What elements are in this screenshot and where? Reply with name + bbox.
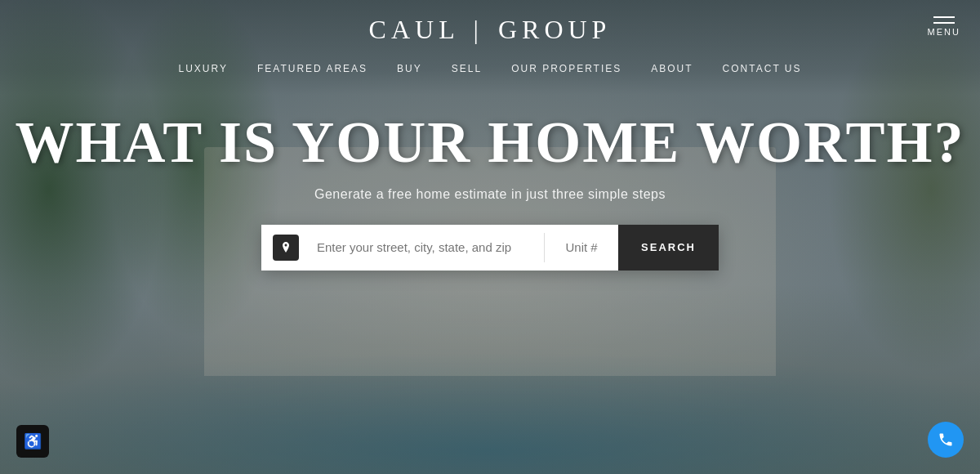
unit-number-input[interactable] xyxy=(545,225,618,271)
phone-icon xyxy=(938,432,954,448)
brand-part2: GROUP xyxy=(498,15,611,44)
brand-logo[interactable]: CAUL | GROUP xyxy=(369,15,612,45)
navbar: CAUL | GROUP LUXURY FEATURED AREAS BUY S… xyxy=(0,0,980,79)
accessibility-button[interactable]: ♿ xyxy=(16,425,49,458)
nav-item-luxury[interactable]: LUXURY xyxy=(163,58,242,79)
nav-item-our-properties[interactable]: OUR PROPERTIES xyxy=(497,58,636,79)
nav-item-buy[interactable]: BUY xyxy=(382,58,437,79)
menu-button[interactable]: MENU xyxy=(928,16,960,37)
nav-item-featured-areas[interactable]: FEATURED AREAS xyxy=(243,58,382,79)
map-pin-icon xyxy=(273,235,299,261)
hero-content: WHAT IS YOUR HOME WORTH? Generate a free… xyxy=(16,112,965,271)
search-button[interactable]: SEARCH xyxy=(618,225,719,271)
nav-item-sell[interactable]: SELL xyxy=(437,58,497,79)
search-bar: SEARCH xyxy=(261,225,719,271)
menu-lines-icon xyxy=(933,16,955,24)
nav-links: LUXURY FEATURED AREAS BUY SELL OUR PROPE… xyxy=(163,58,816,79)
menu-label: MENU xyxy=(928,27,960,37)
search-icon-area xyxy=(261,225,310,271)
nav-item-about[interactable]: ABOUT xyxy=(636,58,707,79)
hero-heading: WHAT IS YOUR HOME WORTH? xyxy=(16,112,965,174)
hero-section: CAUL | GROUP LUXURY FEATURED AREAS BUY S… xyxy=(0,0,980,474)
brand-part1: CAUL xyxy=(369,15,459,44)
menu-line-2 xyxy=(933,22,955,24)
nav-item-contact-us[interactable]: CONTACT US xyxy=(708,58,817,79)
brand-separator: | xyxy=(474,15,483,44)
hero-subtitle: Generate a free home estimate in just th… xyxy=(314,187,666,202)
menu-line-1 xyxy=(933,16,955,18)
accessibility-icon: ♿ xyxy=(24,432,42,450)
address-search-input[interactable] xyxy=(310,225,544,271)
phone-button[interactable] xyxy=(928,422,964,458)
